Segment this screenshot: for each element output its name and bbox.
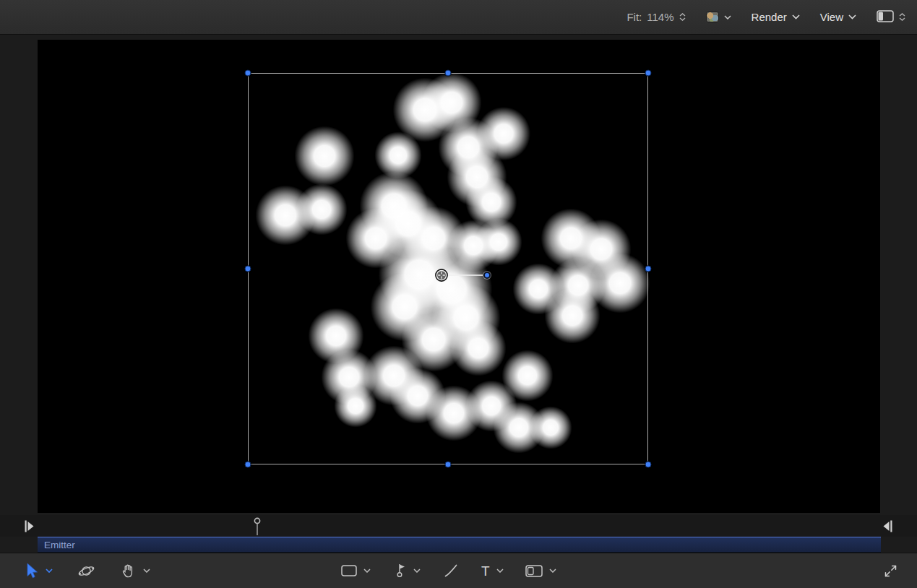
emitter-control-line [448, 274, 483, 276]
selection-handle[interactable] [245, 462, 251, 468]
pan-hand-tool[interactable] [120, 563, 137, 579]
pan-tool-chevron-down-icon[interactable] [143, 568, 150, 573]
text-tool-chevron-down-icon[interactable] [496, 568, 504, 573]
selection-handle[interactable] [245, 70, 251, 77]
channels-control[interactable] [706, 12, 731, 22]
view-menu[interactable]: View [820, 11, 856, 23]
selection-box [248, 73, 648, 464]
mask-tool-chevron-down-icon[interactable] [549, 568, 556, 573]
render-menu[interactable]: Render [752, 11, 800, 23]
canvas[interactable] [38, 40, 880, 513]
tools-left-group [25, 553, 150, 588]
window-layout-icon [877, 10, 894, 25]
canvas-toolbar: Fit: 114% Render View [0, 0, 917, 35]
expand-canvas-icon[interactable] [883, 563, 898, 579]
window-layout-control[interactable] [877, 10, 905, 25]
selection-handle[interactable] [245, 266, 251, 272]
emitter-center-handle[interactable] [435, 269, 448, 282]
bezier-tool[interactable] [392, 562, 407, 579]
shape-tool-chevron-down-icon[interactable] [363, 568, 371, 573]
selection-handle[interactable] [645, 266, 652, 272]
render-menu-label: Render [752, 11, 787, 23]
timeline-in-marker-icon[interactable] [25, 520, 35, 535]
chevron-down-icon [724, 15, 731, 20]
mask-tool[interactable] [525, 565, 543, 577]
tools-toolbar: T [0, 553, 917, 588]
selection-handle[interactable] [445, 462, 452, 468]
text-tool[interactable]: T [481, 564, 490, 578]
select-tool-chevron-down-icon[interactable] [46, 568, 53, 573]
viewport-area [0, 35, 917, 515]
emitter-control-point[interactable] [483, 272, 491, 279]
color-channels-icon [706, 12, 719, 22]
view-menu-label: View [820, 11, 843, 23]
bezier-tool-chevron-down-icon[interactable] [413, 568, 421, 573]
mini-timeline[interactable] [0, 515, 917, 537]
zoom-level-control[interactable]: Fit: 114% [627, 11, 685, 23]
fit-label: Fit: [627, 11, 642, 23]
zoom-stepper-icon[interactable] [679, 13, 686, 21]
zoom-value: 114% [647, 11, 673, 23]
chevron-down-icon [792, 14, 800, 20]
3d-transform-tool[interactable] [77, 562, 95, 580]
paint-stroke-tool[interactable] [442, 562, 460, 579]
tools-center-group: T [341, 553, 556, 588]
window-layout-stepper-icon[interactable] [899, 13, 905, 21]
timebar-emitter[interactable]: Emitter [38, 537, 881, 553]
playhead[interactable] [253, 517, 262, 536]
tools-right-group [883, 553, 898, 588]
timeline-out-marker-icon[interactable] [882, 520, 892, 535]
chevron-down-icon [848, 14, 856, 20]
rectangle-shape-tool[interactable] [341, 565, 357, 576]
selection-handle[interactable] [445, 70, 452, 77]
selection-handle[interactable] [645, 70, 652, 77]
selection-handle[interactable] [645, 462, 652, 468]
select-transform-tool[interactable] [25, 563, 39, 579]
timebar-label: Emitter [44, 540, 75, 550]
motion-canvas-window: Fit: 114% Render View [0, 0, 917, 588]
